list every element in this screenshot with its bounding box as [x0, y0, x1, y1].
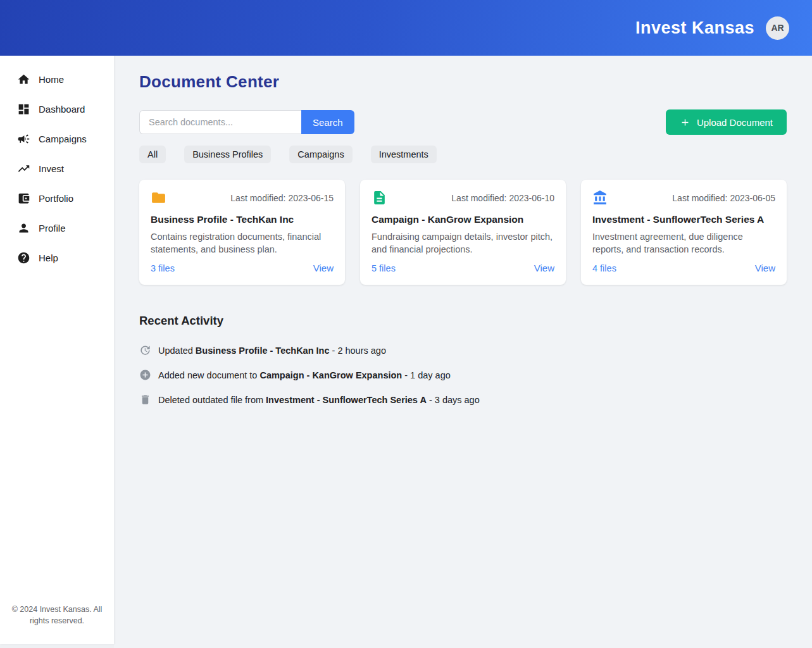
trending-up-icon — [17, 162, 30, 175]
main-content: Document Center Search Upload Document A… — [114, 56, 812, 648]
sidebar: Home Dashboard Campaigns Invest Portfoli… — [0, 56, 114, 644]
sidebar-item-portfolio[interactable]: Portfolio — [0, 184, 114, 213]
search-button[interactable]: Search — [301, 110, 354, 134]
trash-icon — [139, 394, 151, 406]
sidebar-item-campaigns[interactable]: Campaigns — [0, 124, 114, 154]
sidebar-item-label: Profile — [39, 223, 66, 234]
activity-item: Added new document to Campaign - KanGrow… — [139, 365, 787, 385]
files-count-link[interactable]: 4 files — [592, 263, 616, 273]
user-avatar[interactable]: AR — [766, 16, 789, 40]
activity-target: Campaign - KanGrow Expansion — [259, 370, 402, 380]
last-modified-text: Last modified: 2023-06-10 — [451, 193, 554, 203]
sidebar-item-dashboard[interactable]: Dashboard — [0, 94, 114, 124]
dashboard-icon — [17, 103, 30, 116]
recent-activity-title: Recent Activity — [139, 314, 787, 328]
filter-chip-all[interactable]: All — [139, 146, 166, 163]
activity-text: Updated Business Profile - TechKan Inc -… — [158, 346, 386, 356]
activity-text: Added new document to Campaign - KanGrow… — [158, 370, 451, 380]
megaphone-icon — [17, 132, 30, 146]
add-circle-icon — [139, 369, 151, 381]
activity-item: Updated Business Profile - TechKan Inc -… — [139, 340, 787, 360]
sidebar-item-profile[interactable]: Profile — [0, 213, 114, 243]
page-title: Document Center — [139, 72, 787, 92]
card-title: Campaign - KanGrow Expansion — [372, 214, 554, 225]
sidebar-item-label: Invest — [39, 163, 64, 174]
activity-target: Investment - SunflowerTech Series A — [266, 395, 427, 405]
person-icon — [17, 221, 30, 235]
files-count-link[interactable]: 3 files — [151, 263, 175, 273]
document-card: Last modified: 2023-06-05 Investment - S… — [581, 180, 787, 285]
sidebar-nav: Home Dashboard Campaigns Invest Portfoli… — [0, 56, 114, 273]
view-link[interactable]: View — [755, 263, 775, 273]
toolbar: Search Upload Document — [139, 109, 787, 135]
search-bar: Search — [139, 110, 354, 134]
card-description: Fundraising campaign details, investor p… — [372, 230, 554, 256]
upload-document-label: Upload Document — [697, 117, 773, 128]
filter-chip-business-profiles[interactable]: Business Profiles — [184, 146, 271, 163]
sidebar-item-invest[interactable]: Invest — [0, 154, 114, 184]
help-icon — [17, 251, 30, 265]
filter-chips: All Business Profiles Campaigns Investme… — [139, 146, 787, 163]
sidebar-item-label: Home — [39, 74, 64, 85]
plus-icon — [680, 117, 690, 128]
sidebar-item-label: Help — [39, 252, 58, 263]
document-cards: Last modified: 2023-06-15 Business Profi… — [139, 180, 787, 285]
sidebar-item-label: Dashboard — [39, 104, 85, 115]
card-description: Contains registration documents, financi… — [151, 230, 334, 256]
sidebar-item-help[interactable]: Help — [0, 243, 114, 273]
home-icon — [17, 73, 30, 86]
sidebar-item-label: Campaigns — [39, 134, 87, 144]
update-icon — [139, 344, 151, 356]
last-modified-text: Last modified: 2023-06-05 — [672, 193, 775, 203]
document-card: Last modified: 2023-06-15 Business Profi… — [139, 180, 345, 285]
folder-icon — [151, 190, 166, 206]
view-link[interactable]: View — [534, 263, 554, 273]
card-title: Business Profile - TechKan Inc — [151, 214, 334, 225]
recent-activity-list: Updated Business Profile - TechKan Inc -… — [139, 340, 787, 409]
card-description: Investment agreement, due diligence repo… — [592, 230, 775, 256]
app-header: Invest Kansas AR — [0, 0, 812, 56]
sidebar-item-label: Portfolio — [39, 193, 73, 204]
copyright-text: © 2024 Invest Kansas. All rights reserve… — [9, 604, 104, 626]
sidebar-item-home[interactable]: Home — [0, 65, 114, 94]
upload-document-button[interactable]: Upload Document — [666, 109, 787, 135]
wallet-icon — [17, 192, 30, 205]
files-count-link[interactable]: 5 files — [372, 263, 396, 273]
card-title: Investment - SunflowerTech Series A — [592, 214, 775, 225]
document-card: Last modified: 2023-06-10 Campaign - Kan… — [360, 180, 566, 285]
view-link[interactable]: View — [313, 263, 334, 273]
document-icon — [372, 190, 387, 206]
search-input[interactable] — [139, 110, 301, 134]
bank-icon — [592, 190, 608, 206]
activity-text: Deleted outdated file from Investment - … — [158, 395, 480, 405]
last-modified-text: Last modified: 2023-06-15 — [230, 193, 334, 203]
filter-chip-investments[interactable]: Investments — [371, 146, 437, 163]
app-title: Invest Kansas — [635, 18, 754, 38]
activity-item: Deleted outdated file from Investment - … — [139, 390, 787, 409]
activity-target: Business Profile - TechKan Inc — [196, 346, 330, 356]
filter-chip-campaigns[interactable]: Campaigns — [289, 146, 352, 163]
